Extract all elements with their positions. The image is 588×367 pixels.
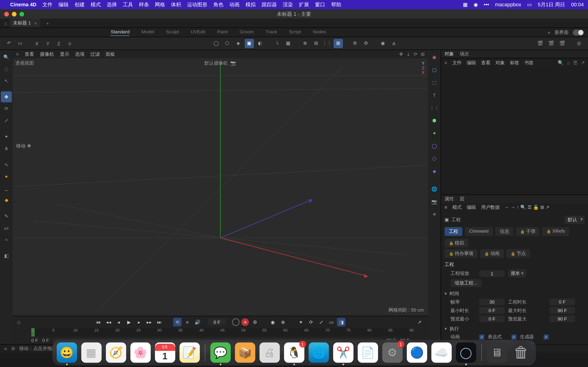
timeline-expand-icon[interactable]: ↗: [415, 318, 424, 326]
axis-x-button[interactable]: X: [32, 39, 42, 48]
lock-icon[interactable]: 🔓: [533, 204, 539, 209]
dock-qq[interactable]: 🐧1: [284, 342, 304, 363]
snap-icon[interactable]: ⋮⋮: [322, 39, 332, 48]
dock-edge[interactable]: 🌐: [308, 342, 329, 363]
perspective-viewport[interactable]: 透视视图 默认摄像机📷 YZX 移动✥: [13, 58, 428, 316]
menu-mesh[interactable]: 网格: [155, 1, 165, 8]
coord-system-button[interactable]: ⎋: [65, 39, 75, 48]
scale-tool-icon[interactable]: ⤢: [1, 115, 12, 126]
scale-project-button[interactable]: 缩放工程...: [450, 279, 481, 287]
tool-icon[interactable]: ◯: [211, 39, 221, 48]
attr-subtab-nodes[interactable]: 节点: [506, 249, 530, 258]
next-frame-button[interactable]: ▸: [135, 318, 143, 326]
burger-icon[interactable]: ≡: [16, 51, 19, 57]
dock-launchpad[interactable]: ▦: [81, 342, 101, 363]
menu-spline[interactable]: 样条: [139, 1, 149, 8]
record-button[interactable]: [232, 318, 240, 326]
tool-icon[interactable]: ◐: [256, 39, 265, 48]
point-tool-icon[interactable]: ●: [1, 171, 12, 182]
dock-printer[interactable]: 🖨: [259, 342, 280, 363]
key-filter-icon[interactable]: ◉: [269, 318, 277, 326]
browser-icon[interactable]: 🌐: [429, 184, 440, 194]
window-zoom-button[interactable]: [19, 12, 24, 17]
key-channel-icon[interactable]: ✦: [296, 318, 305, 326]
tool-icon[interactable]: ⋔: [1, 143, 12, 154]
om-menu-tags[interactable]: 标签: [510, 59, 519, 66]
dock-calendar[interactable]: 5月1: [155, 342, 175, 363]
tool-icon[interactable]: └: [272, 39, 282, 48]
layout-standard[interactable]: Standard: [111, 29, 130, 36]
menu-window[interactable]: 窗口: [315, 1, 325, 8]
tool-icon[interactable]: ⬡: [222, 39, 232, 48]
menu-create[interactable]: 创建: [75, 1, 85, 8]
new-window-icon[interactable]: ⊞: [540, 204, 544, 209]
viewport-menu-filter[interactable]: 过滤: [90, 51, 100, 57]
viewport-menu-view[interactable]: 查看: [25, 51, 34, 57]
om-tab-takes[interactable]: 场次: [460, 51, 469, 57]
filter-icon[interactable]: ☰: [527, 204, 532, 209]
om-menu-view[interactable]: 查看: [481, 59, 490, 66]
node-icon[interactable]: ◈: [429, 166, 440, 177]
burger-icon[interactable]: ≡: [444, 60, 447, 65]
viewport-nav-icon[interactable]: ⟳: [414, 51, 417, 57]
play-button[interactable]: ▶: [125, 318, 133, 326]
loop-button[interactable]: ⟲: [173, 318, 181, 326]
dock-safari[interactable]: 🧭: [106, 342, 126, 363]
key-channel-icon[interactable]: ◨: [337, 318, 346, 326]
dock-app[interactable]: 📦: [235, 342, 255, 363]
dock-textedit[interactable]: 📄: [357, 342, 378, 363]
move-tool-icon[interactable]: ✥: [1, 92, 12, 102]
om-menu-object[interactable]: 对象: [495, 59, 505, 66]
light-icon[interactable]: ☀: [429, 209, 440, 220]
menu-tools[interactable]: 工具: [123, 1, 133, 8]
tool-icon[interactable]: ◉: [378, 39, 388, 48]
dock-cloud[interactable]: ☁️: [431, 342, 451, 363]
attr-tab-xrefs[interactable]: XRefs: [542, 227, 569, 236]
search-icon[interactable]: 🔍: [558, 60, 564, 65]
dock-notes[interactable]: 📝: [179, 342, 199, 363]
menu-render[interactable]: 渲染: [283, 1, 293, 8]
viewport-nav-icon[interactable]: ✥: [399, 51, 403, 57]
window-close-button[interactable]: [4, 12, 9, 17]
dock-wechat[interactable]: 💬: [210, 342, 231, 363]
maxtime-input[interactable]: 90 F: [550, 307, 575, 314]
battery-icon[interactable]: ▭: [527, 2, 532, 8]
menu-mode[interactable]: 模式: [91, 1, 101, 8]
gear-icon[interactable]: ⚙: [361, 39, 371, 48]
next-key-button[interactable]: ▸▸: [145, 318, 154, 326]
section-time[interactable]: 时间: [444, 291, 585, 297]
tool-icon[interactable]: ≈: [1, 234, 12, 245]
nav-back-icon[interactable]: ←: [505, 204, 510, 209]
timeline-ruler[interactable]: 051015202530354045505560657075808590: [31, 328, 409, 336]
mograph-icon[interactable]: ⋮⋮: [429, 102, 440, 113]
menubar-user[interactable]: macappbox: [495, 2, 521, 8]
field-icon[interactable]: ⬡: [429, 153, 440, 164]
attr-tab-sim[interactable]: 模拟: [444, 238, 468, 247]
fps-input[interactable]: 30: [479, 299, 504, 305]
om-menu-bookmarks[interactable]: 书签: [524, 59, 534, 66]
range-start-2[interactable]: 0 F: [42, 338, 49, 343]
layout-toggle[interactable]: [573, 29, 584, 35]
key-channel-icon[interactable]: ⟳: [307, 318, 315, 326]
attr-subtab-todo[interactable]: 待办事项: [444, 249, 478, 258]
camera-icon[interactable]: 📷: [429, 196, 440, 207]
mintime-input[interactable]: 0 F: [479, 307, 504, 314]
snap-icon[interactable]: ⊕: [300, 39, 310, 48]
menu-simulate[interactable]: 模拟: [245, 1, 256, 8]
text-object-icon[interactable]: T: [429, 90, 440, 101]
attr-tab-info[interactable]: 信息: [495, 227, 513, 236]
window-minimize-button[interactable]: [12, 12, 17, 17]
deformer-icon[interactable]: ◯: [429, 140, 440, 151]
viewport-nav-icon[interactable]: ⤓: [406, 51, 410, 57]
section-exec[interactable]: 执行: [444, 325, 585, 332]
nav-fwd-icon[interactable]: →: [511, 204, 515, 209]
home-icon[interactable]: ⌂: [4, 20, 7, 25]
prev-key-button[interactable]: ◂◂: [104, 318, 113, 326]
layout-uvedit[interactable]: UVEdit: [191, 29, 205, 36]
key-channel-icon[interactable]: ▭: [327, 318, 336, 326]
layout-new-label[interactable]: 新界面: [554, 29, 569, 35]
expr-checkbox[interactable]: [511, 334, 516, 339]
menu-select[interactable]: 选择: [107, 1, 117, 8]
tool-icon[interactable]: ◈: [233, 39, 243, 48]
dock-finder[interactable]: 😀: [57, 342, 77, 363]
